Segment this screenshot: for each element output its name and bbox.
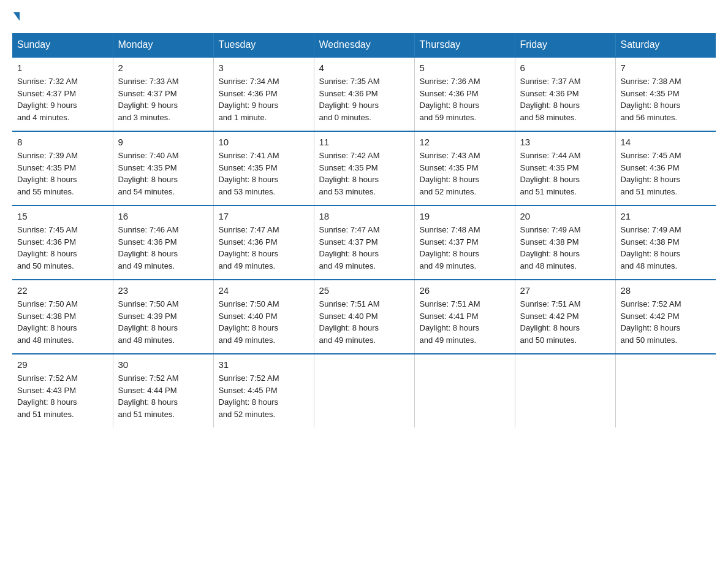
header-monday: Monday bbox=[113, 33, 213, 57]
calendar-week-3: 15 Sunrise: 7:45 AMSunset: 4:36 PMDaylig… bbox=[12, 205, 716, 280]
calendar-week-2: 8 Sunrise: 7:39 AMSunset: 4:35 PMDayligh… bbox=[12, 131, 716, 205]
day-number: 15 bbox=[17, 211, 108, 221]
calendar-header: SundayMondayTuesdayWednesdayThursdayFrid… bbox=[12, 33, 716, 57]
day-number: 24 bbox=[219, 285, 309, 296]
calendar-cell: 24 Sunrise: 7:50 AMSunset: 4:40 PMDaylig… bbox=[213, 280, 314, 354]
day-number: 26 bbox=[420, 285, 510, 296]
day-info: Sunrise: 7:37 AMSunset: 4:36 PMDaylight:… bbox=[520, 75, 610, 123]
day-info: Sunrise: 7:43 AMSunset: 4:35 PMDaylight:… bbox=[420, 150, 510, 197]
day-info: Sunrise: 7:46 AMSunset: 4:36 PMDaylight:… bbox=[118, 224, 208, 272]
calendar-cell: 10 Sunrise: 7:41 AMSunset: 4:35 PMDaylig… bbox=[213, 131, 314, 205]
day-number: 6 bbox=[520, 63, 610, 73]
day-info: Sunrise: 7:38 AMSunset: 4:35 PMDaylight:… bbox=[621, 75, 711, 123]
day-info: Sunrise: 7:50 AMSunset: 4:39 PMDaylight:… bbox=[118, 298, 208, 346]
day-number: 16 bbox=[118, 211, 208, 221]
calendar-cell bbox=[414, 354, 515, 427]
calendar-cell: 6 Sunrise: 7:37 AMSunset: 4:36 PMDayligh… bbox=[515, 57, 615, 131]
day-info: Sunrise: 7:34 AMSunset: 4:36 PMDaylight:… bbox=[219, 75, 309, 123]
day-number: 31 bbox=[219, 359, 309, 370]
calendar-cell: 1 Sunrise: 7:32 AMSunset: 4:37 PMDayligh… bbox=[12, 57, 113, 131]
day-info: Sunrise: 7:45 AMSunset: 4:36 PMDaylight:… bbox=[17, 224, 108, 272]
day-number: 25 bbox=[319, 285, 409, 296]
calendar-cell: 3 Sunrise: 7:34 AMSunset: 4:36 PMDayligh… bbox=[213, 57, 314, 131]
calendar-cell: 14 Sunrise: 7:45 AMSunset: 4:36 PMDaylig… bbox=[615, 131, 716, 205]
calendar-cell: 12 Sunrise: 7:43 AMSunset: 4:35 PMDaylig… bbox=[414, 131, 515, 205]
day-info: Sunrise: 7:48 AMSunset: 4:37 PMDaylight:… bbox=[420, 224, 510, 272]
calendar-cell bbox=[515, 354, 615, 427]
day-number: 9 bbox=[118, 137, 208, 147]
calendar-cell: 17 Sunrise: 7:47 AMSunset: 4:36 PMDaylig… bbox=[213, 205, 314, 280]
calendar-cell: 20 Sunrise: 7:49 AMSunset: 4:38 PMDaylig… bbox=[515, 205, 615, 280]
day-info: Sunrise: 7:52 AMSunset: 4:45 PMDaylight:… bbox=[219, 372, 309, 420]
day-info: Sunrise: 7:49 AMSunset: 4:38 PMDaylight:… bbox=[621, 224, 711, 272]
day-info: Sunrise: 7:41 AMSunset: 4:35 PMDaylight:… bbox=[219, 150, 309, 197]
day-info: Sunrise: 7:51 AMSunset: 4:42 PMDaylight:… bbox=[520, 298, 610, 346]
header-thursday: Thursday bbox=[414, 33, 515, 57]
day-info: Sunrise: 7:50 AMSunset: 4:40 PMDaylight:… bbox=[219, 298, 309, 346]
calendar-cell: 28 Sunrise: 7:52 AMSunset: 4:42 PMDaylig… bbox=[615, 280, 716, 354]
day-number: 23 bbox=[118, 285, 208, 296]
calendar-cell: 30 Sunrise: 7:52 AMSunset: 4:44 PMDaylig… bbox=[113, 354, 213, 427]
header-tuesday: Tuesday bbox=[213, 33, 314, 57]
day-number: 13 bbox=[520, 137, 610, 147]
header-saturday: Saturday bbox=[615, 33, 716, 57]
calendar-cell: 11 Sunrise: 7:42 AMSunset: 4:35 PMDaylig… bbox=[314, 131, 414, 205]
calendar-week-5: 29 Sunrise: 7:52 AMSunset: 4:43 PMDaylig… bbox=[12, 354, 716, 427]
day-number: 27 bbox=[520, 285, 610, 296]
day-info: Sunrise: 7:52 AMSunset: 4:43 PMDaylight:… bbox=[17, 372, 108, 420]
day-number: 19 bbox=[420, 211, 510, 221]
calendar-cell: 27 Sunrise: 7:51 AMSunset: 4:42 PMDaylig… bbox=[515, 280, 615, 354]
calendar-cell: 16 Sunrise: 7:46 AMSunset: 4:36 PMDaylig… bbox=[113, 205, 213, 280]
calendar-cell: 8 Sunrise: 7:39 AMSunset: 4:35 PMDayligh… bbox=[12, 131, 113, 205]
day-info: Sunrise: 7:40 AMSunset: 4:35 PMDaylight:… bbox=[118, 150, 208, 197]
day-number: 17 bbox=[219, 211, 309, 221]
calendar-cell bbox=[314, 354, 414, 427]
calendar-cell: 21 Sunrise: 7:49 AMSunset: 4:38 PMDaylig… bbox=[615, 205, 716, 280]
page-header bbox=[12, 12, 716, 21]
logo-triangle-icon bbox=[13, 12, 20, 21]
day-number: 2 bbox=[118, 63, 208, 73]
day-number: 30 bbox=[118, 359, 208, 370]
day-number: 14 bbox=[621, 137, 711, 147]
day-info: Sunrise: 7:44 AMSunset: 4:35 PMDaylight:… bbox=[520, 150, 610, 197]
calendar-cell: 7 Sunrise: 7:38 AMSunset: 4:35 PMDayligh… bbox=[615, 57, 716, 131]
calendar-table: SundayMondayTuesdayWednesdayThursdayFrid… bbox=[12, 33, 716, 427]
calendar-cell: 9 Sunrise: 7:40 AMSunset: 4:35 PMDayligh… bbox=[113, 131, 213, 205]
day-number: 11 bbox=[319, 137, 409, 147]
calendar-cell: 26 Sunrise: 7:51 AMSunset: 4:41 PMDaylig… bbox=[414, 280, 515, 354]
day-info: Sunrise: 7:52 AMSunset: 4:42 PMDaylight:… bbox=[621, 298, 711, 346]
day-info: Sunrise: 7:49 AMSunset: 4:38 PMDaylight:… bbox=[520, 224, 610, 272]
calendar-week-4: 22 Sunrise: 7:50 AMSunset: 4:38 PMDaylig… bbox=[12, 280, 716, 354]
logo bbox=[12, 12, 20, 21]
day-info: Sunrise: 7:39 AMSunset: 4:35 PMDaylight:… bbox=[17, 150, 108, 197]
calendar-cell bbox=[615, 354, 716, 427]
day-info: Sunrise: 7:51 AMSunset: 4:41 PMDaylight:… bbox=[420, 298, 510, 346]
day-info: Sunrise: 7:45 AMSunset: 4:36 PMDaylight:… bbox=[621, 150, 711, 197]
header-sunday: Sunday bbox=[12, 33, 113, 57]
calendar-cell: 29 Sunrise: 7:52 AMSunset: 4:43 PMDaylig… bbox=[12, 354, 113, 427]
day-number: 29 bbox=[17, 359, 108, 370]
header-wednesday: Wednesday bbox=[314, 33, 414, 57]
day-number: 21 bbox=[621, 211, 711, 221]
calendar-cell: 25 Sunrise: 7:51 AMSunset: 4:40 PMDaylig… bbox=[314, 280, 414, 354]
calendar-cell: 2 Sunrise: 7:33 AMSunset: 4:37 PMDayligh… bbox=[113, 57, 213, 131]
calendar-cell: 4 Sunrise: 7:35 AMSunset: 4:36 PMDayligh… bbox=[314, 57, 414, 131]
day-info: Sunrise: 7:36 AMSunset: 4:36 PMDaylight:… bbox=[420, 75, 510, 123]
calendar-week-1: 1 Sunrise: 7:32 AMSunset: 4:37 PMDayligh… bbox=[12, 57, 716, 131]
day-info: Sunrise: 7:50 AMSunset: 4:38 PMDaylight:… bbox=[17, 298, 108, 346]
calendar-cell: 31 Sunrise: 7:52 AMSunset: 4:45 PMDaylig… bbox=[213, 354, 314, 427]
calendar-cell: 22 Sunrise: 7:50 AMSunset: 4:38 PMDaylig… bbox=[12, 280, 113, 354]
day-number: 4 bbox=[319, 63, 409, 73]
calendar-cell: 23 Sunrise: 7:50 AMSunset: 4:39 PMDaylig… bbox=[113, 280, 213, 354]
day-info: Sunrise: 7:47 AMSunset: 4:36 PMDaylight:… bbox=[219, 224, 309, 272]
calendar-cell: 13 Sunrise: 7:44 AMSunset: 4:35 PMDaylig… bbox=[515, 131, 615, 205]
day-number: 20 bbox=[520, 211, 610, 221]
calendar-cell: 5 Sunrise: 7:36 AMSunset: 4:36 PMDayligh… bbox=[414, 57, 515, 131]
header-friday: Friday bbox=[515, 33, 615, 57]
calendar-cell: 18 Sunrise: 7:47 AMSunset: 4:37 PMDaylig… bbox=[314, 205, 414, 280]
day-number: 3 bbox=[219, 63, 309, 73]
day-number: 22 bbox=[17, 285, 108, 296]
calendar-cell: 19 Sunrise: 7:48 AMSunset: 4:37 PMDaylig… bbox=[414, 205, 515, 280]
days-header-row: SundayMondayTuesdayWednesdayThursdayFrid… bbox=[12, 33, 716, 57]
day-info: Sunrise: 7:32 AMSunset: 4:37 PMDaylight:… bbox=[17, 75, 108, 123]
